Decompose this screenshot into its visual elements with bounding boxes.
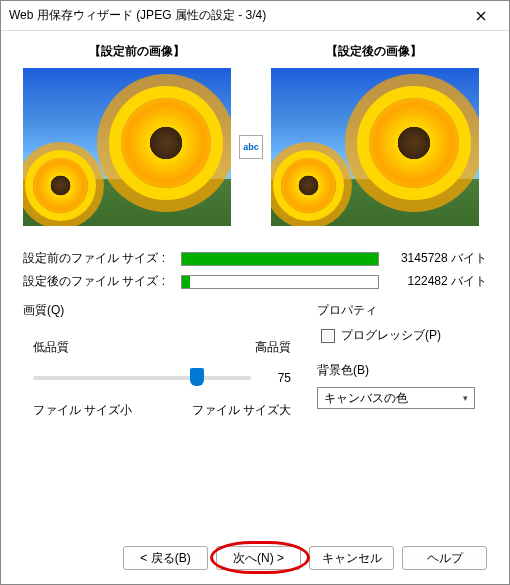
- slider-thumb[interactable]: [190, 368, 204, 386]
- sunflower-icon: [281, 158, 336, 213]
- quality-slider[interactable]: [33, 366, 251, 390]
- after-label: 【設定後の画像】: [260, 43, 487, 60]
- size-after-label: 設定後のファイル サイズ :: [23, 273, 173, 290]
- preview-images: abc: [23, 68, 487, 226]
- preview-row: 【設定前の画像】 【設定後の画像】: [23, 43, 487, 68]
- bgcolor-label: 背景色(B): [317, 362, 487, 379]
- compare-icon[interactable]: abc: [239, 135, 263, 159]
- low-quality-label: 低品質: [33, 339, 69, 356]
- image-after: [271, 68, 479, 226]
- slider-track: [33, 376, 251, 380]
- progressive-label: プログレッシブ(P): [341, 327, 441, 344]
- quality-slider-row: 75: [33, 366, 291, 390]
- window-title: Web 用保存ウィザード (JPEG 属性の設定 - 3/4): [9, 7, 461, 24]
- size-before-label: 設定前のファイル サイズ :: [23, 250, 173, 267]
- property-group-label: プロパティ: [317, 302, 487, 319]
- size-after-bar: [181, 275, 379, 289]
- size-before-row: 設定前のファイル サイズ : 3145728 バイト: [23, 250, 487, 267]
- spacer: [23, 546, 115, 570]
- size-before-fill: [182, 253, 378, 265]
- button-bar: < 戻る(B) 次へ(N) > キャンセル ヘルプ: [1, 546, 509, 570]
- cancel-button[interactable]: キャンセル: [309, 546, 394, 570]
- size-before-bar: [181, 252, 379, 266]
- size-after-value: 122482 バイト: [387, 273, 487, 290]
- progressive-row[interactable]: プログレッシブ(P): [317, 327, 487, 344]
- next-wrap: 次へ(N) >: [216, 546, 301, 570]
- image-before: [23, 68, 231, 226]
- close-button[interactable]: [461, 2, 501, 30]
- sunflower-icon: [33, 158, 88, 213]
- fs-large-label: ファイル サイズ大: [192, 402, 291, 419]
- size-before-value: 3145728 バイト: [387, 250, 487, 267]
- preview-before: 【設定前の画像】: [23, 43, 250, 68]
- sunflower-icon: [121, 98, 211, 188]
- filesize-labels: ファイル サイズ小 ファイル サイズ大: [33, 402, 291, 419]
- quality-inner: 低品質 高品質 75 ファイル サイズ小 ファイル サイズ大: [23, 327, 301, 423]
- wizard-window: Web 用保存ウィザード (JPEG 属性の設定 - 3/4) 【設定前の画像】…: [0, 0, 510, 585]
- bgcolor-value: キャンバスの色: [324, 390, 408, 407]
- close-icon: [476, 11, 486, 21]
- high-quality-label: 高品質: [255, 339, 291, 356]
- size-after-row: 設定後のファイル サイズ : 122482 バイト: [23, 273, 487, 290]
- filesize-section: 設定前のファイル サイズ : 3145728 バイト 設定後のファイル サイズ …: [23, 250, 487, 290]
- size-after-fill: [182, 276, 190, 288]
- quality-group: 画質(Q) 低品質 高品質 75 ファイル サイズ小: [23, 302, 301, 423]
- back-button[interactable]: < 戻る(B): [123, 546, 208, 570]
- quality-value: 75: [261, 371, 291, 385]
- content-area: 【設定前の画像】 【設定後の画像】 abc 設定前のファイル サイズ : 314…: [1, 31, 509, 435]
- titlebar: Web 用保存ウィザード (JPEG 属性の設定 - 3/4): [1, 1, 509, 31]
- lower-section: 画質(Q) 低品質 高品質 75 ファイル サイズ小: [23, 302, 487, 423]
- chevron-down-icon: ▾: [463, 393, 468, 403]
- sunflower-icon: [369, 98, 459, 188]
- quality-group-label: 画質(Q): [23, 302, 301, 319]
- progressive-checkbox[interactable]: [321, 329, 335, 343]
- quality-labels: 低品質 高品質: [33, 339, 291, 356]
- before-label: 【設定前の画像】: [23, 43, 250, 60]
- fs-small-label: ファイル サイズ小: [33, 402, 132, 419]
- property-group: プロパティ プログレッシブ(P) 背景色(B) キャンバスの色 ▾: [317, 302, 487, 423]
- preview-after: 【設定後の画像】: [260, 43, 487, 68]
- next-button[interactable]: 次へ(N) >: [216, 546, 301, 570]
- help-button[interactable]: ヘルプ: [402, 546, 487, 570]
- bgcolor-select[interactable]: キャンバスの色 ▾: [317, 387, 475, 409]
